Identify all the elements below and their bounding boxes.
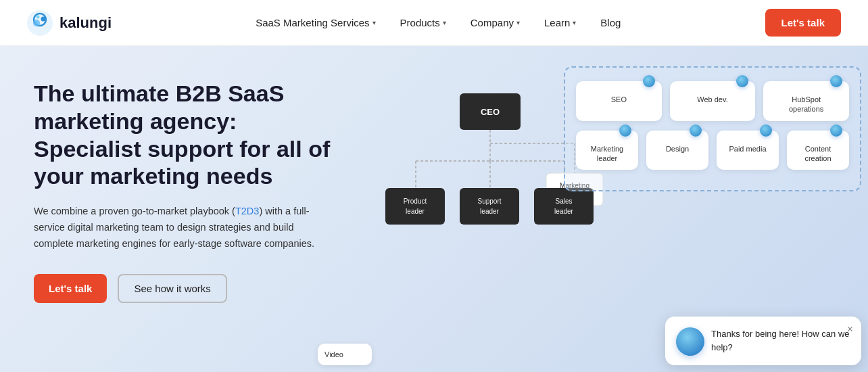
hero-subtitle: We combine a proven go-to-market playboo… — [34, 204, 318, 252]
nav-item-products[interactable]: Products ▾ — [391, 11, 456, 34]
hero-secondary-button[interactable]: See how it works — [118, 274, 226, 303]
svg-text:Sales: Sales — [555, 197, 572, 205]
cards-row-1: SEO Web dev. HubSpotoperations — [576, 81, 849, 121]
chevron-down-icon: ▾ — [516, 19, 520, 26]
svg-point-2 — [33, 20, 40, 26]
card-design: Design — [646, 131, 708, 170]
navbar: kalungi SaaS Marketing Services ▾ Produc… — [0, 0, 868, 46]
card-dot — [619, 124, 631, 137]
card-label: Web dev. — [677, 95, 749, 104]
nav-links: SaaS Marketing Services ▾ Products ▾ Com… — [246, 11, 630, 34]
card-dot — [830, 75, 842, 87]
hero-section: The ultimate B2B SaaS marketing agency: … — [0, 46, 868, 372]
cards-row-2: Marketingleader Design Paid media Conten… — [576, 131, 849, 170]
chevron-down-icon: ▾ — [573, 19, 576, 26]
nav-cta-button[interactable]: Let's talk — [765, 9, 841, 37]
card-label: Paid media — [723, 144, 772, 154]
card-label: HubSpotoperations — [770, 95, 842, 114]
logo[interactable]: kalungi — [27, 10, 112, 36]
card-webdev: Web dev. — [670, 81, 756, 121]
cards-section: SEO Web dev. HubSpotoperations Marketing… — [564, 66, 861, 191]
hero-buttons: Let's talk See how it works — [34, 274, 338, 303]
card-dot — [736, 75, 748, 87]
svg-point-4 — [37, 15, 40, 18]
card-marketing-leader: Marketingleader — [576, 131, 638, 170]
nav-item-blog[interactable]: Blog — [591, 11, 630, 34]
video-partial: Video — [318, 344, 372, 365]
nav-item-learn[interactable]: Learn ▾ — [535, 11, 585, 34]
close-icon[interactable]: × — [847, 323, 853, 335]
card-hubspot: HubSpotoperations — [763, 81, 849, 121]
nav-item-saas-marketing[interactable]: SaaS Marketing Services ▾ — [246, 11, 385, 34]
card-label: Marketingleader — [583, 144, 631, 164]
nav-item-company[interactable]: Company ▾ — [461, 11, 529, 34]
chat-avatar — [676, 327, 704, 356]
logo-text: kalungi — [59, 14, 112, 32]
svg-text:Product: Product — [404, 197, 427, 205]
card-dot — [830, 124, 842, 137]
chat-message: Thanks for being here! How can we help? — [711, 327, 850, 354]
card-content-creation: Contentcreation — [787, 131, 849, 170]
chevron-down-icon: ▾ — [443, 19, 446, 26]
t2d3-link[interactable]: T2D3 — [235, 206, 259, 216]
chat-widget: Thanks for being here! How can we help? … — [665, 317, 861, 365]
svg-text:Support: Support — [477, 197, 501, 205]
svg-point-3 — [41, 16, 46, 21]
card-label: Contentcreation — [794, 144, 842, 164]
svg-rect-20 — [460, 188, 519, 225]
card-label: Design — [653, 144, 702, 154]
svg-text:leader: leader — [406, 208, 425, 215]
svg-rect-17 — [385, 188, 445, 225]
video-label: Video — [324, 350, 343, 358]
hero-title: The ultimate B2B SaaS marketing agency: … — [34, 80, 338, 190]
chevron-down-icon: ▾ — [372, 19, 376, 26]
hero-cta-button[interactable]: Let's talk — [34, 274, 107, 303]
card-dot — [760, 124, 772, 137]
svg-text:leader: leader — [554, 208, 573, 215]
card-paid-media: Paid media — [717, 131, 779, 170]
svg-text:CEO: CEO — [481, 107, 500, 117]
card-dot — [643, 75, 655, 87]
card-seo: SEO — [576, 81, 662, 121]
hero-diagram: CEO Marketing leader Product leader Supp… — [338, 46, 868, 372]
card-dot — [690, 124, 702, 137]
hero-left: The ultimate B2B SaaS marketing agency: … — [0, 46, 338, 372]
svg-text:leader: leader — [480, 208, 499, 215]
logo-icon — [27, 10, 53, 36]
svg-rect-23 — [534, 188, 594, 225]
card-label: SEO — [583, 95, 655, 104]
